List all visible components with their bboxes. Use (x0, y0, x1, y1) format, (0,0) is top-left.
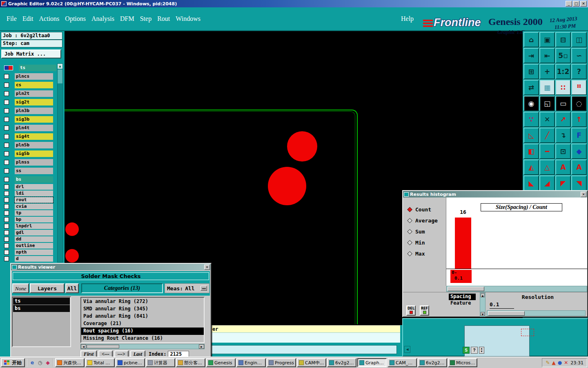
chart-scrollbar[interactable] (446, 286, 587, 292)
layer-row[interactable]: pln5b (0, 141, 56, 149)
layer-row[interactable]: tp (0, 210, 56, 216)
toolbar-button[interactable]: ? (571, 64, 587, 79)
stat-option[interactable]: Max (403, 248, 446, 259)
meas-dropdown-field[interactable]: Meas: All (165, 283, 209, 293)
toolbar-button[interactable]: ∽ (571, 48, 587, 63)
layer-visibility-checkbox[interactable] (4, 197, 9, 202)
layer-visibility-checkbox[interactable] (4, 230, 9, 235)
toolbar-button[interactable]: ◥ (571, 175, 587, 191)
scroll-up-icon[interactable]: ▲ (58, 64, 62, 69)
toolbar-button[interactable]: ✕ (539, 112, 555, 127)
layer-visibility-checkbox[interactable] (4, 217, 9, 222)
layer-row[interactable]: npth (0, 249, 56, 256)
none-button[interactable]: None (12, 283, 29, 293)
task-button[interactable]: Total C... (85, 358, 115, 367)
layer-row[interactable]: pln4t (0, 123, 56, 132)
radio-diamond-icon[interactable] (407, 240, 412, 245)
stat-option[interactable]: Sum (403, 226, 446, 237)
toolbar-button[interactable]: ◺ (523, 128, 539, 143)
layer-visibility-checkbox[interactable] (4, 224, 9, 229)
toolbar-button[interactable]: ◱ (539, 96, 555, 111)
menu-item[interactable]: Rout (157, 15, 170, 22)
help-button[interactable]: ? (471, 347, 478, 354)
resolution-scrollbar[interactable] (487, 310, 586, 316)
layer-name[interactable]: pln5b (15, 142, 53, 148)
scroll-right-icon[interactable]: ▶ (199, 344, 204, 349)
stat-option[interactable]: Average (403, 215, 446, 226)
toolbar-button[interactable]: ⇥ (523, 48, 539, 63)
layer-row[interactable]: sig3b (0, 115, 56, 123)
toolbar-button[interactable]: ◣ (523, 175, 539, 191)
layer-visibility-checkbox[interactable] (4, 191, 9, 196)
tray-icon[interactable]: ▲ (552, 360, 556, 366)
radio-diamond-icon[interactable] (407, 251, 412, 256)
toolbar-button[interactable]: ∵ (523, 112, 539, 127)
toolbar-button[interactable]: ⊡ (555, 144, 571, 159)
task-button[interactable]: 兴森快... (55, 358, 85, 367)
layer-visibility-checkbox[interactable] (4, 151, 9, 156)
layer-name[interactable]: plncs (15, 73, 53, 80)
layer-visibility-checkbox[interactable] (4, 117, 9, 122)
category-row[interactable]: SMD annular Ring (345) (81, 305, 204, 313)
layer-visibility-checkbox[interactable] (4, 126, 9, 130)
layer-name[interactable]: sig3b (15, 116, 53, 123)
layer-row[interactable]: dd (0, 236, 56, 242)
layer-row[interactable]: sig4t (0, 132, 56, 141)
layer-visibility-checkbox[interactable] (4, 243, 9, 248)
toolbar-button[interactable]: ↑ (571, 112, 587, 127)
layer-name[interactable]: d (15, 256, 53, 262)
layer-visibility-checkbox[interactable] (4, 177, 9, 182)
task-button[interactable]: 6v2g2lt... (418, 358, 447, 367)
task-button[interactable]: Graphic... (357, 358, 387, 367)
radio-diamond-icon[interactable] (407, 218, 412, 223)
layer-row[interactable]: ss (0, 166, 56, 175)
toolbar-button[interactable]: ⌂ (523, 32, 539, 47)
layer-row[interactable]: ts (0, 63, 56, 72)
layer-name[interactable]: bs (15, 176, 53, 183)
toolbar-button[interactable]: ◫ (571, 32, 587, 47)
dropdown-icon[interactable] (200, 286, 207, 291)
layer-row[interactable]: rout (0, 197, 56, 203)
task-button[interactable]: 计算器 (146, 358, 175, 367)
snap-button[interactable]: S (463, 347, 470, 354)
layer-row[interactable]: bp (0, 216, 56, 223)
layer-row[interactable]: plnss (0, 158, 56, 166)
toolbar-button[interactable]: ▣ (539, 32, 555, 47)
toolbar-button[interactable]: 1:2 (555, 64, 571, 79)
ref-button[interactable]: REF (420, 305, 429, 316)
layer-visibility-checkbox[interactable] (4, 211, 9, 215)
menu-item[interactable]: Options (65, 15, 86, 22)
layer-visibility-checkbox[interactable] (4, 256, 9, 261)
layer-visibility-checkbox[interactable] (4, 100, 9, 105)
menu-item[interactable]: Edit (22, 15, 33, 22)
layer-visibility-checkbox[interactable] (4, 204, 9, 209)
tray-icon[interactable]: ✎ (546, 360, 550, 366)
layer-visibility-checkbox[interactable] (4, 83, 9, 88)
layer-name[interactable]: drl (15, 184, 53, 190)
layer-name[interactable]: cs (15, 82, 53, 88)
task-button[interactable]: Engine... (236, 358, 266, 367)
toolbar-button[interactable]: ⇤ (539, 48, 555, 63)
spinner-down-icon[interactable]: ▼ (479, 350, 484, 353)
result-layer-row[interactable]: ts (13, 298, 70, 305)
layer-name[interactable]: lnpdrl (15, 223, 53, 229)
toolbar-button[interactable]: ◆ (571, 144, 587, 159)
layer-name[interactable]: ldi (15, 191, 53, 196)
toolbar-button[interactable]: △ (539, 159, 555, 175)
scroll-up-icon[interactable]: ▲ (481, 293, 485, 297)
layer-row[interactable]: gdl (0, 229, 56, 236)
histogram-titlebar[interactable]: Results histogram ✕ (403, 191, 587, 197)
toolbar-button[interactable]: ⊞ (523, 64, 539, 79)
menu-item-help[interactable]: Help (401, 15, 414, 22)
category-row[interactable]: Coverage (21) (81, 320, 204, 328)
layer-name[interactable]: npth (15, 249, 53, 255)
quick-launch-icon[interactable]: ◆ (45, 359, 51, 366)
layer-row[interactable]: sig5b (0, 149, 56, 158)
toolbar-button[interactable]: ⊟ (555, 32, 571, 47)
toolbar-button[interactable]: ∷ (555, 80, 571, 95)
layer-name[interactable]: outline (15, 243, 53, 249)
toolbar-button[interactable]: ◉ (523, 96, 539, 111)
results-viewer-close-button[interactable]: ✕ (204, 265, 210, 270)
toolbar-button[interactable]: ╱ (539, 128, 555, 143)
spacing-mode-label[interactable]: Spacing (449, 294, 476, 300)
